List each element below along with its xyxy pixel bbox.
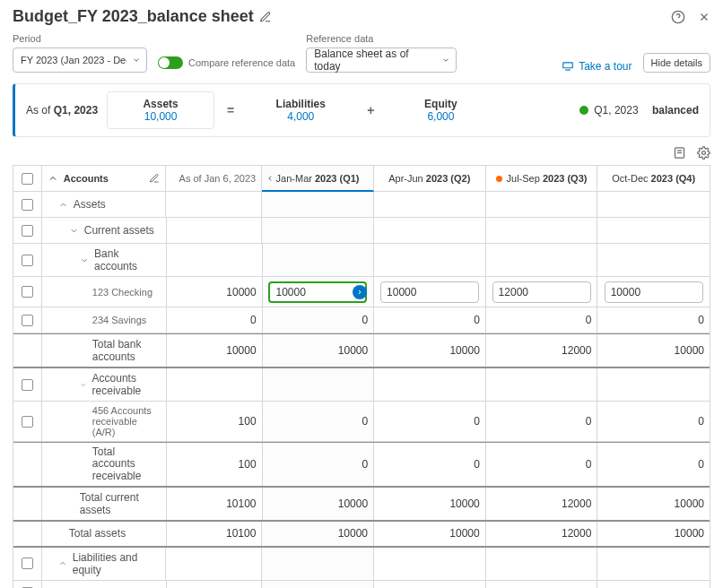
accounts-header: Accounts [42,166,167,191]
reference-value: Balance sheet as of today [314,48,436,73]
row-current-assets: Current assets [13,218,710,244]
expand-cell-icon[interactable] [353,285,367,299]
q3-header[interactable]: Jul-Sep 2023 (Q3) [486,166,598,191]
grid-toolbar [0,137,723,165]
compare-toggle[interactable] [158,56,183,69]
page-title: Budget_FY 2023_balance sheet [13,7,671,26]
row-savings: 234 Savings 0 0 0 0 0 [13,307,710,333]
title-text: Budget_FY 2023_balance sheet [13,7,254,26]
balance-summary: As of Q1, 2023 Assets 10,000 = Liabiliti… [13,83,710,137]
hide-details-button[interactable]: Hide details [643,53,710,73]
chevron-down-icon [69,226,79,236]
export-icon[interactable] [673,146,686,160]
q4-header[interactable]: Oct-Dec 2023 (Q4) [597,166,710,191]
controls-row: Period FY 2023 (Jan 2023 - Dec 2024) Com… [0,30,723,80]
equals-icon: = [223,103,238,117]
row-bank-accounts: Bank accounts [13,244,710,277]
q2-input-checking[interactable]: 10000 [380,281,479,303]
take-a-tour-link[interactable]: Take a tour [562,60,632,73]
account-name: 123 Checking [42,277,167,307]
equity-box: Equity 6,000 [387,92,494,128]
q2-header[interactable]: Apr-Jun 2023 (Q2) [374,166,486,191]
row-total-bank: Total bank accounts 10000 10000 10000 12… [13,333,710,368]
period-select[interactable]: FY 2023 (Jan 2023 - Dec 2024) [13,48,147,73]
chevron-down-icon [80,255,89,265]
chevron-up-icon[interactable] [48,173,58,184]
chevron-up-icon [58,558,67,568]
svg-point-8 [702,151,706,155]
balanced-status: Q1, 2023 balanced [579,104,699,117]
q1-input-checking[interactable]: 10000 [268,281,367,303]
row-checkbox[interactable] [22,199,33,211]
compare-label: Compare reference data [188,57,295,68]
budget-grid: Accounts As of Jan 6, 2023 Jan-Mar 2023 … [13,165,710,588]
chevron-down-icon [441,56,450,65]
plus-icon: + [363,103,378,117]
ref-header: As of Jan 6, 2023 [166,166,262,191]
row-ar456: 456 Accounts receivable (A/R) 100 0 0 0 … [13,402,710,442]
row-assets: Assets [13,192,710,218]
row-checkbox[interactable] [22,286,33,298]
edit-columns-icon[interactable] [149,173,160,184]
edit-title-icon[interactable] [259,11,272,23]
grid-header-row: Accounts As of Jan 6, 2023 Jan-Mar 2023 … [13,166,710,192]
chevron-down-icon [80,380,87,390]
svg-rect-4 [563,63,573,68]
close-icon[interactable] [698,11,710,23]
tour-text: Take a tour [579,60,632,73]
row-checkbox[interactable] [22,225,33,237]
row-liab-eq: Liabilities and equity [13,548,710,581]
help-icon[interactable] [671,10,685,24]
q1-header[interactable]: Jan-Mar 2023 (Q1) [262,166,374,192]
compare-toggle-wrap: Compare reference data [158,56,295,69]
row-checkbox[interactable] [22,379,33,391]
reference-label: Reference data [306,33,457,44]
row-total-current: Total current assets 10100 10000 10000 1… [13,488,710,522]
gear-icon[interactable] [697,146,710,160]
row-checkbox[interactable] [22,315,33,326]
ref-value: 10000 [167,277,263,307]
period-field: Period FY 2023 (Jan 2023 - Dec 2024) [13,33,147,73]
period-value: FY 2023 (Jan 2023 - Dec 2024) [21,55,126,65]
row-checkbox[interactable] [22,558,33,569]
row-checkbox[interactable] [22,255,33,266]
row-total-ar: Total accounts receivable 100 0 0 0 0 [13,442,710,488]
account-name: 234 Savings [42,307,167,333]
period-label: Period [13,33,147,44]
row-total-assets: Total assets 10100 10000 10000 12000 100… [13,522,710,548]
chevron-left-icon[interactable] [266,174,274,183]
q3-input-checking[interactable]: 12000 [492,281,591,303]
assets-box: Assets 10,000 [107,91,214,129]
modal-header: Budget_FY 2023_balance sheet [0,0,723,30]
status-dot-icon [579,106,588,115]
liabilities-box: Liabilities 4,000 [247,92,354,128]
chevron-up-icon [58,200,68,210]
row-checking: 123 Checking 10000 10000 10000 12000 100… [13,277,710,307]
q4-input-checking[interactable]: 10000 [605,281,703,303]
asof: As of Q1, 2023 [26,104,98,117]
reference-field: Reference data Balance sheet as of today [306,33,457,73]
row-checkbox[interactable] [22,416,33,428]
account-name: 456 Accounts receivable (A/R) [42,402,167,441]
select-all-checkbox[interactable] [13,166,42,191]
chevron-down-icon [132,56,141,65]
row-liabilities: Liabilities [13,581,710,588]
row-ar: Accounts receivable [13,368,710,402]
reference-select[interactable]: Balance sheet as of today [306,48,457,73]
